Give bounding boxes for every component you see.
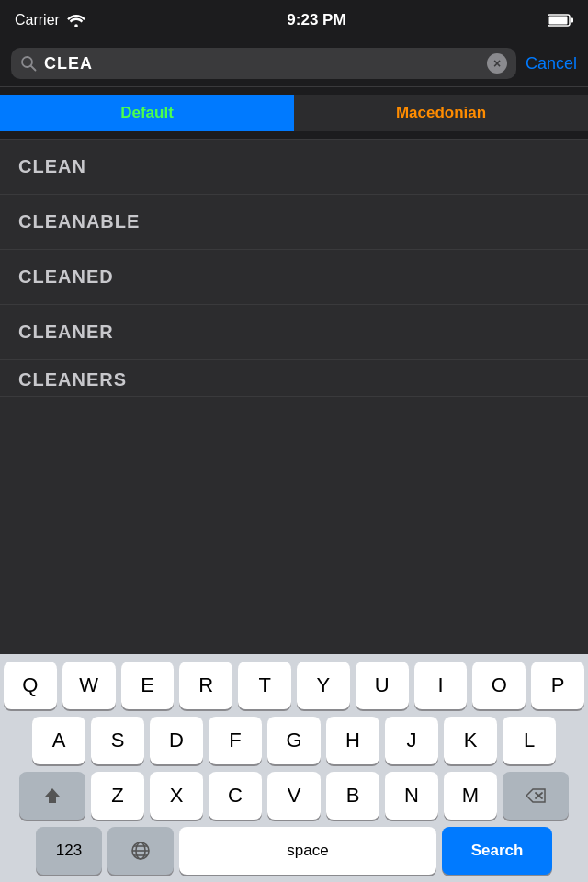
key-h[interactable]: H bbox=[326, 717, 379, 764]
key-y[interactable]: Y bbox=[297, 662, 350, 709]
result-item-cleanable[interactable]: CLEANABLE bbox=[0, 195, 588, 250]
key-a[interactable]: A bbox=[32, 717, 85, 764]
keyboard: Q W E R T Y U I O P A S D F G H J K L Z … bbox=[0, 654, 588, 882]
clear-button[interactable]: × bbox=[487, 53, 507, 74]
key-e[interactable]: E bbox=[121, 662, 175, 709]
key-n[interactable]: N bbox=[385, 772, 438, 820]
keyboard-bottom-row: 123 space Search bbox=[4, 827, 584, 875]
carrier-label: Carrier bbox=[15, 12, 60, 28]
result-item-clean[interactable]: CLEAN bbox=[0, 140, 588, 195]
status-bar: Carrier 9:23 PM bbox=[0, 0, 588, 40]
key-z[interactable]: Z bbox=[91, 772, 144, 820]
svg-marker-6 bbox=[45, 788, 60, 803]
shift-key[interactable] bbox=[19, 772, 85, 820]
result-item-cleaned[interactable]: CLEANED bbox=[0, 250, 588, 305]
shift-icon bbox=[43, 786, 62, 805]
key-u[interactable]: U bbox=[356, 662, 409, 709]
key-f[interactable]: F bbox=[209, 717, 262, 764]
key-b[interactable]: B bbox=[326, 772, 379, 820]
key-i[interactable]: I bbox=[414, 662, 468, 709]
globe-key[interactable] bbox=[107, 827, 174, 875]
wifi-icon bbox=[67, 14, 85, 27]
key-k[interactable]: K bbox=[444, 717, 497, 764]
svg-rect-2 bbox=[548, 17, 567, 25]
key-j[interactable]: J bbox=[385, 717, 438, 764]
search-icon bbox=[20, 55, 37, 72]
results-list: CLEAN CLEANABLE CLEANED CLEANER CLEANERS bbox=[0, 140, 588, 397]
key-d[interactable]: D bbox=[150, 717, 203, 764]
svg-rect-3 bbox=[571, 18, 573, 23]
status-time: 9:23 PM bbox=[287, 11, 345, 29]
segment-control: Default Macedonian bbox=[0, 87, 588, 140]
battery-icon bbox=[548, 14, 573, 27]
keyboard-row-2: A S D F G H J K L bbox=[4, 717, 584, 764]
cancel-button[interactable]: Cancel bbox=[526, 54, 577, 74]
key-t[interactable]: T bbox=[238, 662, 291, 709]
num-key[interactable]: 123 bbox=[36, 827, 102, 875]
key-p[interactable]: P bbox=[531, 662, 584, 709]
segment-default[interactable]: Default bbox=[0, 95, 294, 131]
key-v[interactable]: V bbox=[267, 772, 321, 820]
keyboard-row-1: Q W E R T Y U I O P bbox=[4, 662, 584, 709]
status-left: Carrier bbox=[15, 12, 85, 28]
key-c[interactable]: C bbox=[209, 772, 262, 820]
search-bar: × Cancel bbox=[0, 40, 588, 87]
key-o[interactable]: O bbox=[472, 662, 526, 709]
status-right bbox=[548, 14, 573, 27]
space-key[interactable]: space bbox=[179, 827, 436, 875]
globe-icon bbox=[130, 840, 152, 862]
keyboard-row-3: Z X C V B N M bbox=[4, 772, 584, 820]
key-x[interactable]: X bbox=[150, 772, 203, 820]
key-w[interactable]: W bbox=[62, 662, 116, 709]
svg-point-0 bbox=[74, 24, 78, 27]
key-s[interactable]: S bbox=[91, 717, 144, 764]
search-button[interactable]: Search bbox=[442, 827, 552, 875]
key-l[interactable]: L bbox=[503, 717, 556, 764]
search-input[interactable] bbox=[44, 54, 480, 74]
key-q[interactable]: Q bbox=[4, 662, 57, 709]
svg-line-5 bbox=[31, 66, 36, 71]
delete-key[interactable] bbox=[503, 772, 569, 820]
search-input-wrapper[interactable]: × bbox=[11, 48, 516, 79]
result-item-cleaner[interactable]: CLEANER bbox=[0, 305, 588, 360]
segment-macedonian[interactable]: Macedonian bbox=[294, 95, 588, 131]
delete-icon bbox=[526, 788, 546, 803]
key-m[interactable]: M bbox=[444, 772, 497, 820]
result-item-cleaners[interactable]: CLEANERS bbox=[0, 360, 588, 397]
key-g[interactable]: G bbox=[267, 717, 321, 764]
key-r[interactable]: R bbox=[179, 662, 232, 709]
